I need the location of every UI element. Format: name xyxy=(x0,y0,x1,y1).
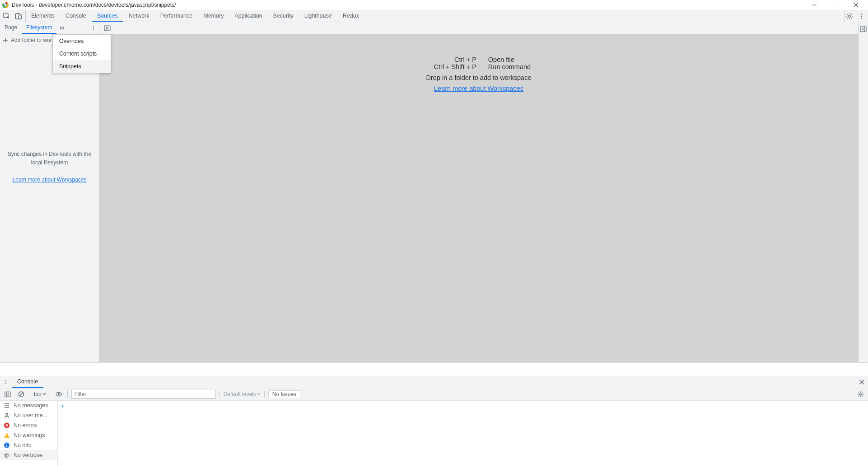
tab-console[interactable]: Console xyxy=(60,10,92,22)
settings-icon[interactable] xyxy=(845,11,854,21)
svg-point-16 xyxy=(93,29,94,30)
drawer-tab-console[interactable]: Console xyxy=(12,376,43,388)
user-icon xyxy=(4,412,10,419)
svg-line-31 xyxy=(19,392,23,396)
svg-line-50 xyxy=(9,454,9,455)
titlebar-text: DevTools - developer.chrome.com/docs/dev… xyxy=(12,2,804,8)
svg-point-43 xyxy=(6,437,7,438)
sidebar-menu-icon[interactable] xyxy=(88,22,99,34)
console-filter-input[interactable] xyxy=(71,390,216,399)
warning-icon xyxy=(4,432,10,438)
close-button[interactable] xyxy=(845,0,866,10)
plus-icon xyxy=(3,37,8,43)
svg-point-14 xyxy=(93,26,94,27)
svg-point-24 xyxy=(5,382,6,382)
issues-pill[interactable]: No Issues xyxy=(268,390,300,398)
svg-point-33 xyxy=(58,393,60,395)
show-navigator-icon[interactable] xyxy=(102,23,112,33)
svg-line-49 xyxy=(5,454,5,455)
svg-point-15 xyxy=(93,28,94,28)
console-filter-info[interactable]: No info xyxy=(0,440,57,450)
info-icon xyxy=(4,442,10,448)
shortcut-key: Ctrl + Shift + P xyxy=(427,63,476,70)
sources-sidebar: PageFilesystem Add folder to workspace S… xyxy=(0,22,99,362)
shortcut-key: Ctrl + P xyxy=(427,56,476,63)
levels-label: Default levels xyxy=(224,391,256,397)
console-prompt-icon: › xyxy=(61,402,63,409)
svg-point-12 xyxy=(861,15,862,17)
titlebar: DevTools - developer.chrome.com/docs/dev… xyxy=(0,0,868,10)
svg-point-23 xyxy=(5,380,6,381)
log-levels-selector[interactable]: Default levels xyxy=(224,391,261,397)
tab-elements[interactable]: Elements xyxy=(26,10,60,22)
console-filter-label: No messages xyxy=(14,402,48,409)
toggle-console-sidebar-icon[interactable] xyxy=(3,389,13,399)
tab-application[interactable]: Application xyxy=(229,10,267,22)
error-icon xyxy=(4,422,10,429)
tab-memory[interactable]: Memory xyxy=(198,10,229,22)
console-filter-label: No errors xyxy=(14,422,37,429)
console-filter-bug[interactable]: No verbose xyxy=(0,450,57,460)
more-icon[interactable] xyxy=(856,11,866,21)
tab-redux[interactable]: Redux xyxy=(337,10,364,22)
chevron-down-icon xyxy=(42,392,46,396)
console-filter-warning[interactable]: No warnings xyxy=(0,430,57,440)
workspace-hint: Drop in a folder to add to workspace xyxy=(426,74,532,81)
editor-workspaces-link[interactable]: Learn more about Workspaces xyxy=(434,85,523,92)
svg-point-2 xyxy=(5,4,6,6)
tab-security[interactable]: Security xyxy=(268,10,299,22)
clear-console-icon[interactable] xyxy=(16,389,26,399)
context-label: top xyxy=(34,391,42,397)
console-filter-user[interactable]: No user me... xyxy=(0,410,57,420)
svg-point-10 xyxy=(849,15,850,17)
tab-lighthouse[interactable]: Lighthouse xyxy=(299,10,337,22)
drawer-close-icon[interactable] xyxy=(855,376,868,388)
hide-debugger-icon[interactable] xyxy=(859,24,868,34)
drawer-menu-icon[interactable] xyxy=(0,376,12,388)
maximize-button[interactable] xyxy=(825,0,845,10)
subtab-filesystem[interactable]: Filesystem xyxy=(22,22,56,34)
sidebar-message: Sync changes in DevTools with the local … xyxy=(0,150,99,167)
shortcut-action: Run command xyxy=(488,63,531,70)
svg-point-34 xyxy=(859,393,861,395)
console-sidebar: No messagesNo user me...No errorsNo warn… xyxy=(0,401,58,466)
tab-network[interactable]: Network xyxy=(123,10,155,22)
console-filter-error[interactable]: No errors xyxy=(0,420,57,430)
console-filter-label: No warnings xyxy=(14,432,45,438)
console-output[interactable]: › xyxy=(58,401,868,466)
console-drawer: Console top Defau xyxy=(0,376,868,466)
console-filter-label: No verbose xyxy=(14,452,42,458)
bug-icon xyxy=(4,452,10,458)
subtab-page[interactable]: Page xyxy=(0,22,22,34)
svg-point-25 xyxy=(5,383,6,384)
svg-point-45 xyxy=(6,443,7,444)
inspect-element-icon[interactable] xyxy=(2,11,12,21)
tab-performance[interactable]: Performance xyxy=(155,10,198,22)
live-expression-icon[interactable] xyxy=(54,389,64,399)
svg-point-11 xyxy=(861,14,862,15)
context-selector[interactable]: top xyxy=(34,391,46,397)
drawer-splitter[interactable] xyxy=(0,362,868,376)
subtab-dropdown: OverridesContent scriptsSnippets xyxy=(52,34,111,73)
console-settings-icon[interactable] xyxy=(855,389,865,399)
shortcut-row: Ctrl + POpen file xyxy=(427,56,531,63)
chevron-down-icon xyxy=(257,392,261,396)
more-tabs-icon[interactable] xyxy=(56,22,67,34)
console-filter-list[interactable]: No messages xyxy=(0,401,57,410)
minimize-button[interactable] xyxy=(804,0,825,10)
shortcut-action: Open file xyxy=(488,56,514,63)
svg-rect-9 xyxy=(19,15,22,19)
svg-point-38 xyxy=(6,413,8,415)
list-icon xyxy=(4,402,10,409)
svg-rect-4 xyxy=(833,3,837,7)
console-filter-label: No user me... xyxy=(14,412,47,419)
dropdown-item-content-scripts[interactable]: Content scripts xyxy=(53,47,111,60)
console-filter-label: No info xyxy=(14,442,32,448)
dropdown-item-snippets[interactable]: Snippets xyxy=(53,60,111,73)
device-toggle-icon[interactable] xyxy=(14,11,23,21)
main-tabstrip: ElementsConsoleSourcesNetworkPerformance… xyxy=(0,10,868,22)
tab-sources[interactable]: Sources xyxy=(92,10,123,22)
dropdown-item-overrides[interactable]: Overrides xyxy=(53,35,111,47)
sidebar-workspaces-link[interactable]: Learn more about Workspaces xyxy=(13,177,87,183)
right-gutter xyxy=(858,22,868,362)
